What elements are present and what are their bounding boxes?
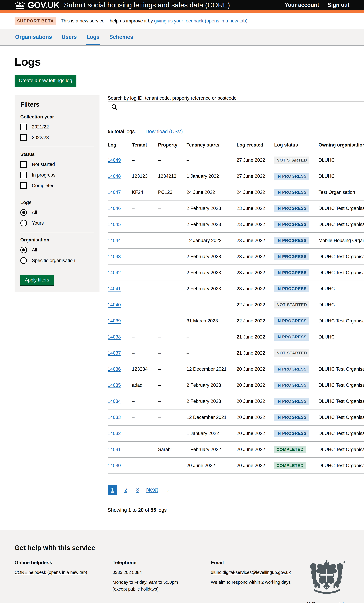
header-account-nav: Your account Sign out <box>285 2 350 8</box>
total-logs-label: total logs. <box>113 129 136 134</box>
log-link[interactable]: 14045 <box>108 222 121 227</box>
log-link[interactable]: 14048 <box>108 174 121 179</box>
download-csv-link[interactable]: Download (CSV) <box>145 129 183 134</box>
tenancy-starts-cell: 20 June 2022 <box>187 458 237 474</box>
tenant-cell: – <box>132 393 158 409</box>
log-link[interactable]: 14044 <box>108 238 121 243</box>
log-link[interactable]: 14049 <box>108 157 121 163</box>
log-link[interactable]: 14031 <box>108 447 121 452</box>
nav-item-schemes[interactable]: Schemes <box>109 29 134 45</box>
log-link[interactable]: 14040 <box>108 302 121 307</box>
log-created-cell: 23 June 2022 <box>237 249 274 265</box>
status-badge: IN PROGRESS <box>274 285 309 292</box>
checkbox[interactable] <box>20 182 27 189</box>
filter-option-specific-organisation[interactable]: Specific organisation <box>20 257 94 264</box>
log-link[interactable]: 14033 <box>108 415 121 420</box>
log-status-cell: IN PROGRESS <box>274 168 318 184</box>
beta-text-prefix: This is a new service – help us improve … <box>61 18 153 23</box>
log-link[interactable]: 14046 <box>108 206 121 211</box>
log-link[interactable]: 14030 <box>108 463 121 468</box>
nav-item-users[interactable]: Users <box>61 29 77 45</box>
checkbox[interactable] <box>20 134 27 141</box>
log-link[interactable]: 14047 <box>108 190 121 195</box>
tenant-cell: – <box>132 216 158 232</box>
checkbox[interactable] <box>20 172 27 178</box>
status-badge: IN PROGRESS <box>274 333 309 341</box>
tenancy-starts-cell: 31 March 2023 <box>187 313 237 329</box>
filter-option-all[interactable]: All <box>20 209 94 216</box>
radio-button[interactable] <box>20 209 27 216</box>
footer-telephone-column: Telephone 0333 202 5084 Monday to Friday… <box>113 560 211 603</box>
core-helpdesk-link[interactable]: CORE helpdesk (opens in a new tab) <box>14 570 87 575</box>
filter-option-2021-22[interactable]: 2021/22 <box>20 124 94 130</box>
filter-option-completed[interactable]: Completed <box>20 182 94 189</box>
filter-option-all[interactable]: All <box>20 247 94 253</box>
filter-option-not-started[interactable]: Not started <box>20 161 94 168</box>
feedback-link[interactable]: giving us your feedback (opens in a new … <box>154 18 247 23</box>
log-created-cell: 20 June 2022 <box>237 377 274 393</box>
service-name-link[interactable]: Submit social housing lettings and sales… <box>64 1 230 9</box>
email-link[interactable]: dluhc.digital-services@levellingup.gov.u… <box>211 570 291 575</box>
owning-organisation-cell: DLUHC <box>318 281 364 297</box>
tenancy-starts-cell: 2 February 2023 <box>187 216 237 232</box>
log-link[interactable]: 14042 <box>108 270 121 275</box>
nav-item-logs[interactable]: Logs <box>86 29 100 45</box>
govuk-logo[interactable]: GOV.UK <box>14 0 59 10</box>
radio-button[interactable] <box>20 247 27 253</box>
pagination-next-link[interactable]: Next <box>146 487 158 493</box>
filter-option-in-progress[interactable]: In progress <box>20 172 94 178</box>
log-cell: 14033 <box>108 409 132 425</box>
table-row: 14032––1 January 202220 June 2022IN PROG… <box>108 425 364 441</box>
log-created-cell: 20 June 2022 <box>237 458 274 474</box>
log-link[interactable]: 14041 <box>108 286 121 291</box>
owning-organisation-cell: DLUHC Test Organisation <box>318 393 364 409</box>
table-row: 14030––20 June 202220 June 2022COMPLETED… <box>108 458 364 474</box>
radio-button[interactable] <box>20 257 27 264</box>
tenant-cell: – <box>132 249 158 265</box>
tenancy-starts-cell: – <box>187 152 237 168</box>
log-created-cell: 22 June 2022 <box>237 297 274 313</box>
log-link[interactable]: 14036 <box>108 366 121 372</box>
your-account-link[interactable]: Your account <box>285 2 319 8</box>
pagination-page-2[interactable]: 2 <box>123 485 129 495</box>
property-cell: 1234213 <box>158 168 187 184</box>
column-header-property: Property <box>158 142 187 152</box>
checkbox[interactable] <box>20 124 27 130</box>
nav-item-organisations[interactable]: Organisations <box>14 29 52 45</box>
tenancy-starts-cell: 2 February 2023 <box>187 377 237 393</box>
crown-copyright-link[interactable]: © Crown copyright <box>307 601 347 603</box>
log-status-cell: IN PROGRESS <box>274 409 318 425</box>
log-link[interactable]: 14037 <box>108 350 121 356</box>
telephone-hours: Monday to Friday, 9am to 5:30pm (except … <box>113 579 198 592</box>
log-link[interactable]: 14032 <box>108 431 121 436</box>
filter-option-yours[interactable]: Yours <box>20 220 94 226</box>
log-link[interactable]: 14043 <box>108 254 121 259</box>
filter-option-2022-23[interactable]: 2022/23 <box>20 134 94 141</box>
logs-table-wrap: LogTenantPropertyTenancy startsLog creat… <box>108 142 364 474</box>
log-link[interactable]: 14034 <box>108 399 121 404</box>
filter-section-title-status: Status <box>20 152 94 157</box>
search-input[interactable] <box>108 101 364 113</box>
apply-filters-button[interactable]: Apply filters <box>20 275 54 285</box>
log-link[interactable]: 14039 <box>108 318 121 324</box>
status-badge: NOT STARTED <box>274 349 309 357</box>
govuk-logo-text: GOV.UK <box>28 0 59 10</box>
checkbox[interactable] <box>20 161 27 168</box>
log-link[interactable]: 14038 <box>108 334 121 340</box>
status-badge: IN PROGRESS <box>274 253 309 260</box>
owning-organisation-cell: DLUHC <box>318 297 364 313</box>
pagination-page-3[interactable]: 3 <box>134 485 141 495</box>
sign-out-link[interactable]: Sign out <box>328 2 350 8</box>
table-row: 14034––2 February 202320 June 2022IN PRO… <box>108 393 364 409</box>
log-created-cell: 20 June 2022 <box>237 425 274 441</box>
tenant-cell: – <box>132 152 158 168</box>
log-cell: 14041 <box>108 281 132 297</box>
create-lettings-log-button[interactable]: Create a new lettings log <box>14 75 76 87</box>
pagination-page-1[interactable]: 1 <box>108 485 117 495</box>
radio-button[interactable] <box>20 220 27 226</box>
filter-option-label: 2022/23 <box>32 135 49 140</box>
log-cell: 14037 <box>108 345 132 361</box>
table-row: 14047KF24PC12324 June 202224 June 2022IN… <box>108 184 364 200</box>
log-link[interactable]: 14035 <box>108 383 121 388</box>
tenancy-starts-cell: 1 February 2022 <box>187 441 237 458</box>
